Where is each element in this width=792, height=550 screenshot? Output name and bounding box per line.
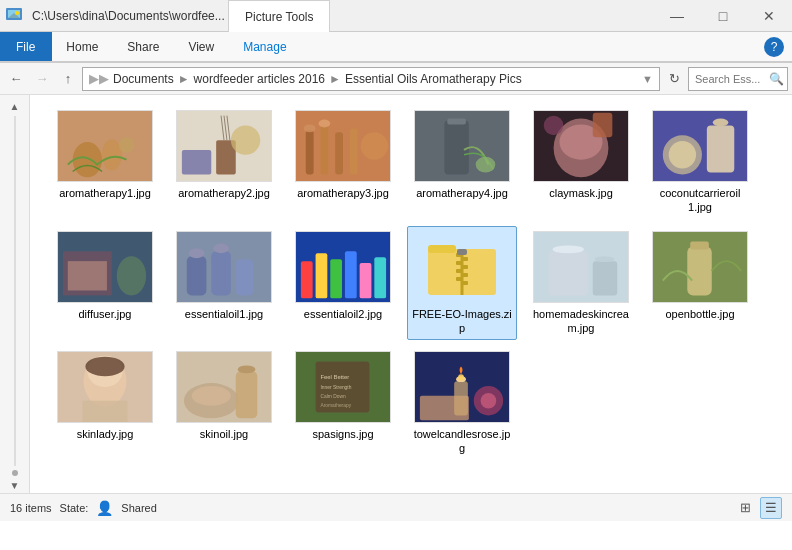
svg-point-36 xyxy=(713,119,729,127)
svg-text:Feel Better: Feel Better xyxy=(320,374,349,380)
svg-rect-43 xyxy=(211,251,231,295)
search-input[interactable] xyxy=(695,73,765,85)
help-button[interactable]: ? xyxy=(764,37,784,57)
svg-point-35 xyxy=(669,141,696,168)
file-item[interactable]: essentialoil1.jpg xyxy=(169,226,279,341)
svg-point-78 xyxy=(85,357,124,377)
svg-point-81 xyxy=(192,386,231,406)
svg-rect-42 xyxy=(187,256,207,295)
file-item[interactable]: essentialoil2.jpg xyxy=(288,226,398,341)
file-item[interactable]: aromatherapy2.jpg xyxy=(169,105,279,220)
file-item[interactable]: skinlady.jpg xyxy=(50,346,160,461)
svg-rect-82 xyxy=(236,372,258,419)
forward-button[interactable]: → xyxy=(30,67,54,91)
svg-rect-60 xyxy=(462,265,468,269)
file-thumbnail xyxy=(176,231,272,303)
file-thumbnail xyxy=(533,110,629,182)
svg-point-11 xyxy=(231,125,260,154)
svg-rect-55 xyxy=(428,245,456,253)
ribbon-tab-bar: File Home Share View Manage ? xyxy=(0,32,792,62)
panel-collapse-arrow[interactable]: ▲ xyxy=(10,101,20,112)
file-item[interactable]: aromatherapy4.jpg xyxy=(407,105,517,220)
svg-rect-61 xyxy=(456,269,462,273)
file-name: aromatherapy3.jpg xyxy=(297,186,389,200)
svg-rect-33 xyxy=(707,125,734,172)
search-box[interactable]: 🔍 xyxy=(688,67,788,91)
ribbon: File Home Share View Manage ? xyxy=(0,32,792,63)
svg-rect-50 xyxy=(330,259,342,298)
tab-file[interactable]: File xyxy=(0,32,52,61)
panel-expand-arrow[interactable]: ▼ xyxy=(10,480,20,491)
file-item[interactable]: homemadeskincream.jpg xyxy=(526,226,636,341)
svg-rect-77 xyxy=(82,401,127,423)
file-name: spasigns.jpg xyxy=(312,427,373,441)
back-button[interactable]: ← xyxy=(4,67,28,91)
file-name: FREE-EO-Images.zip xyxy=(412,307,512,336)
file-thumbnail: Feel Better Inner Strength Calm Down Aro… xyxy=(295,351,391,423)
file-item[interactable]: towelcandlesrose.jpg xyxy=(407,346,517,461)
crumb-wordfeeder[interactable]: wordfeeder articles 2016 xyxy=(194,72,325,86)
picture-tools-tab[interactable]: Picture Tools xyxy=(228,0,330,32)
large-icons-view-button[interactable]: ⊞ xyxy=(734,497,756,519)
svg-rect-48 xyxy=(301,261,313,298)
file-name: essentialoil1.jpg xyxy=(185,307,263,321)
tab-home[interactable]: Home xyxy=(52,32,113,61)
panel-indicator xyxy=(12,470,18,476)
maximize-button[interactable]: □ xyxy=(700,0,746,32)
svg-rect-18 xyxy=(335,132,343,174)
window-controls: — □ ✕ xyxy=(654,0,792,31)
file-item[interactable]: diffuser.jpg xyxy=(50,226,160,341)
file-thumbnail xyxy=(533,231,629,303)
tab-manage[interactable]: Manage xyxy=(229,32,301,61)
file-item[interactable]: claymask.jpg xyxy=(526,105,636,220)
up-button[interactable]: ↑ xyxy=(56,67,80,91)
refresh-button[interactable]: ↻ xyxy=(662,67,686,91)
file-name: aromatherapy2.jpg xyxy=(178,186,270,200)
svg-point-68 xyxy=(553,245,584,253)
svg-rect-44 xyxy=(236,259,254,295)
svg-point-20 xyxy=(304,124,316,132)
tab-share[interactable]: Share xyxy=(113,32,174,61)
shared-icon: 👤 xyxy=(96,500,113,516)
svg-rect-51 xyxy=(345,251,357,298)
file-item[interactable]: Feel Better Inner Strength Calm Down Aro… xyxy=(288,346,398,461)
file-item[interactable]: aromatherapy1.jpg xyxy=(50,105,160,220)
status-bar: 16 items State: 👤 Shared ⊞ ☰ xyxy=(0,493,792,521)
file-item[interactable]: skinoil.jpg xyxy=(169,346,279,461)
svg-rect-53 xyxy=(374,257,386,298)
file-item[interactable]: aromatherapy3.jpg xyxy=(288,105,398,220)
file-thumbnail xyxy=(57,110,153,182)
svg-rect-9 xyxy=(182,150,211,174)
svg-point-96 xyxy=(481,393,497,409)
state-label: State: xyxy=(60,502,89,514)
tab-view[interactable]: View xyxy=(174,32,229,61)
file-thumbnail xyxy=(57,351,153,423)
details-view-button[interactable]: ☰ xyxy=(760,497,782,519)
address-dropdown[interactable]: ▼ xyxy=(642,73,653,85)
svg-rect-63 xyxy=(456,277,462,281)
svg-rect-30 xyxy=(593,113,613,137)
svg-point-31 xyxy=(544,116,564,136)
svg-rect-67 xyxy=(549,251,588,295)
file-name: coconutcarrieroil1.jpg xyxy=(660,186,741,215)
crumb-current: Essential Oils Aromatherapy Pics xyxy=(345,72,522,86)
file-item[interactable]: openbottle.jpg xyxy=(645,226,755,341)
svg-point-83 xyxy=(238,366,256,374)
svg-point-3 xyxy=(15,11,19,15)
left-panel: ▲ ▼ xyxy=(0,95,30,493)
minimize-button[interactable]: — xyxy=(654,0,700,32)
crumb-documents[interactable]: Documents xyxy=(113,72,174,86)
file-name: openbottle.jpg xyxy=(665,307,734,321)
svg-rect-73 xyxy=(690,241,709,249)
close-button[interactable]: ✕ xyxy=(746,0,792,32)
svg-point-22 xyxy=(361,132,388,159)
file-item-zip[interactable]: FREE-EO-Images.zip xyxy=(407,226,517,341)
file-thumbnail xyxy=(176,110,272,182)
items-count: 16 items xyxy=(10,502,52,514)
file-item[interactable]: coconutcarrieroil1.jpg xyxy=(645,105,755,220)
file-name: aromatherapy4.jpg xyxy=(416,186,508,200)
address-box[interactable]: ▶▶ Documents ► wordfeeder articles 2016 … xyxy=(82,67,660,91)
svg-point-26 xyxy=(476,157,496,173)
svg-point-40 xyxy=(117,256,146,295)
file-area[interactable]: aromatherapy1.jpg aromatherapy2.jpg xyxy=(30,95,792,493)
